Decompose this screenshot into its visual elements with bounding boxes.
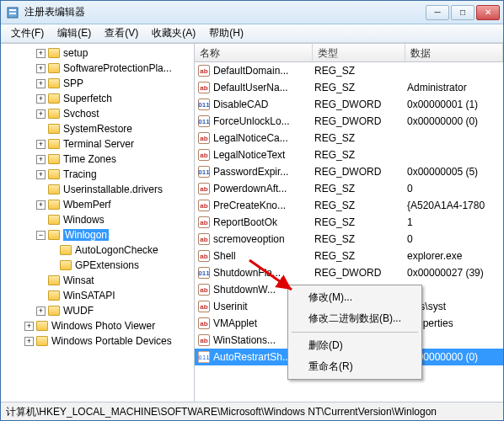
dword-value-icon: 011 bbox=[198, 166, 210, 178]
value-type: REG_DWORD bbox=[313, 267, 405, 279]
value-row[interactable]: 011DisableCADREG_DWORD0x00000001 (1) bbox=[195, 96, 503, 113]
value-row[interactable]: abPreCreateKno...REG_SZ{A520A1A4-1780 bbox=[195, 197, 503, 214]
folder-icon bbox=[48, 78, 60, 88]
value-type: REG_SZ bbox=[313, 216, 405, 228]
expand-toggle[interactable]: + bbox=[24, 337, 34, 346]
ctx-modify-binary[interactable]: 修改二进制数据(B)... bbox=[290, 308, 420, 329]
tree-item[interactable]: +Terminal Server bbox=[1, 136, 194, 152]
value-data: {A520A1A4-1780 bbox=[405, 200, 503, 211]
titlebar[interactable]: 注册表编辑器 ─ □ ✕ bbox=[1, 1, 503, 24]
tree-item[interactable]: +WUDF bbox=[1, 303, 194, 318]
menu-view[interactable]: 查看(V) bbox=[99, 24, 143, 42]
ctx-rename[interactable]: 重命名(R) bbox=[290, 356, 420, 377]
expand-toggle[interactable]: + bbox=[36, 109, 46, 119]
expand-toggle[interactable]: + bbox=[36, 200, 46, 210]
menu-help[interactable]: 帮助(H) bbox=[204, 24, 249, 42]
value-row[interactable]: abLegalNoticeTextREG_SZ bbox=[195, 147, 503, 163]
expand-toggle[interactable]: + bbox=[36, 170, 46, 179]
expand-toggle[interactable]: + bbox=[36, 306, 46, 316]
minimize-button[interactable]: ─ bbox=[426, 5, 449, 20]
value-row[interactable]: abDefaultUserNa...REG_SZAdministrator bbox=[195, 79, 503, 96]
value-name: ReportBootOk bbox=[213, 216, 277, 228]
value-row[interactable]: 011ForceUnlockLo...REG_DWORD0x00000000 (… bbox=[195, 113, 503, 130]
tree-item[interactable]: +Time Zones bbox=[1, 152, 194, 167]
tree-item[interactable]: +SPP bbox=[1, 76, 194, 91]
value-row[interactable]: 011PasswordExpir...REG_DWORD0x00000005 (… bbox=[195, 163, 503, 180]
folder-icon bbox=[48, 200, 60, 210]
value-type: REG_SZ bbox=[313, 82, 405, 93]
ctx-modify[interactable]: 修改(M)... bbox=[290, 287, 420, 308]
expand-toggle[interactable]: + bbox=[36, 140, 46, 149]
tree-label: GPExtensions bbox=[75, 259, 139, 271]
tree-label: AutoLogonChecke bbox=[75, 244, 158, 256]
value-row[interactable]: abReportBootOkREG_SZ1 bbox=[195, 214, 503, 231]
col-name[interactable]: 名称 bbox=[195, 44, 313, 61]
string-value-icon: ab bbox=[198, 149, 210, 161]
menu-favorites[interactable]: 收藏夹(A) bbox=[147, 24, 201, 42]
col-type[interactable]: 类型 bbox=[313, 44, 405, 61]
value-name: VMApplet bbox=[213, 317, 257, 329]
folder-icon bbox=[48, 154, 60, 164]
tree-label: SPP bbox=[63, 77, 83, 89]
string-value-icon: ab bbox=[198, 317, 210, 329]
tree-item[interactable]: +WbemPerf bbox=[1, 197, 194, 212]
tree-item[interactable]: AutoLogonChecke bbox=[1, 242, 194, 258]
tree-label: setup bbox=[63, 47, 88, 59]
tree-item[interactable]: +Windows Photo Viewer bbox=[1, 318, 194, 333]
tree-item[interactable]: WinSATAPI bbox=[1, 288, 194, 303]
expand-toggle[interactable]: + bbox=[36, 155, 46, 164]
menu-edit[interactable]: 编辑(E) bbox=[52, 24, 96, 42]
folder-icon bbox=[48, 48, 60, 58]
tree-label: Superfetch bbox=[63, 93, 112, 104]
expand-toggle[interactable]: + bbox=[24, 322, 34, 331]
tree-item[interactable]: +SoftwareProtectionPla... bbox=[1, 61, 194, 76]
tree-item[interactable]: Windows bbox=[1, 212, 194, 227]
tree-item[interactable]: +Superfetch bbox=[1, 91, 194, 106]
value-data: 0x00000027 (39) bbox=[405, 267, 503, 279]
tree-item[interactable]: GPExtensions bbox=[1, 258, 194, 273]
value-row[interactable]: 011ShutdownFla...REG_DWORD0x00000027 (39… bbox=[195, 264, 503, 281]
registry-tree[interactable]: +setup+SoftwareProtectionPla...+SPP+Supe… bbox=[1, 44, 195, 402]
value-row[interactable]: abShellREG_SZexplorer.exe bbox=[195, 248, 503, 264]
expand-toggle[interactable]: + bbox=[36, 64, 46, 73]
tree-item[interactable]: +Tracing bbox=[1, 167, 194, 182]
value-row[interactable]: abDefaultDomain...REG_SZ bbox=[195, 62, 503, 79]
folder-icon bbox=[48, 306, 60, 316]
expand-toggle[interactable]: + bbox=[36, 79, 46, 88]
value-name: PreCreateKno... bbox=[213, 200, 286, 211]
ctx-sep bbox=[292, 332, 418, 333]
string-value-icon: ab bbox=[198, 183, 210, 195]
tree-item[interactable]: +Windows Portable Devices bbox=[1, 333, 194, 349]
value-name: DefaultUserNa... bbox=[213, 82, 288, 93]
close-button[interactable]: ✕ bbox=[476, 5, 500, 20]
value-type: REG_SZ bbox=[313, 200, 405, 211]
tree-item[interactable]: Userinstallable.drivers bbox=[1, 182, 194, 197]
value-type: REG_SZ bbox=[313, 65, 405, 77]
tree-item[interactable]: SystemRestore bbox=[1, 121, 194, 136]
value-row[interactable]: abPowerdownAft...REG_SZ0 bbox=[195, 180, 503, 197]
value-row[interactable]: abscremoveoptionREG_SZ0 bbox=[195, 231, 503, 248]
value-data: 1 bbox=[405, 216, 503, 228]
col-data[interactable]: 数据 bbox=[405, 44, 503, 61]
ctx-delete[interactable]: 删除(D) bbox=[290, 335, 420, 356]
menu-file[interactable]: 文件(F) bbox=[6, 24, 49, 42]
column-headers[interactable]: 名称 类型 数据 bbox=[195, 44, 503, 62]
value-data: Administrator bbox=[405, 82, 503, 93]
tree-item[interactable]: +Svchost bbox=[1, 106, 194, 121]
folder-icon bbox=[48, 139, 60, 149]
tree-label: WinSATAPI bbox=[63, 290, 115, 301]
value-type: REG_SZ bbox=[313, 149, 405, 161]
tree-label: WUDF bbox=[63, 305, 94, 317]
expand-toggle[interactable]: − bbox=[36, 231, 46, 240]
value-type: REG_DWORD bbox=[313, 99, 405, 110]
maximize-button[interactable]: □ bbox=[451, 5, 475, 20]
expand-toggle[interactable]: + bbox=[36, 49, 46, 58]
expand-toggle[interactable]: + bbox=[36, 94, 46, 104]
value-row[interactable]: abLegalNoticeCa...REG_SZ bbox=[195, 130, 503, 147]
tree-item[interactable]: Winsat bbox=[1, 273, 194, 288]
tree-item[interactable]: +setup bbox=[1, 45, 194, 61]
folder-icon bbox=[60, 245, 72, 255]
tree-label: Svchost bbox=[63, 108, 99, 120]
value-type: REG_DWORD bbox=[313, 166, 405, 178]
tree-item[interactable]: −Winlogon bbox=[1, 227, 194, 242]
